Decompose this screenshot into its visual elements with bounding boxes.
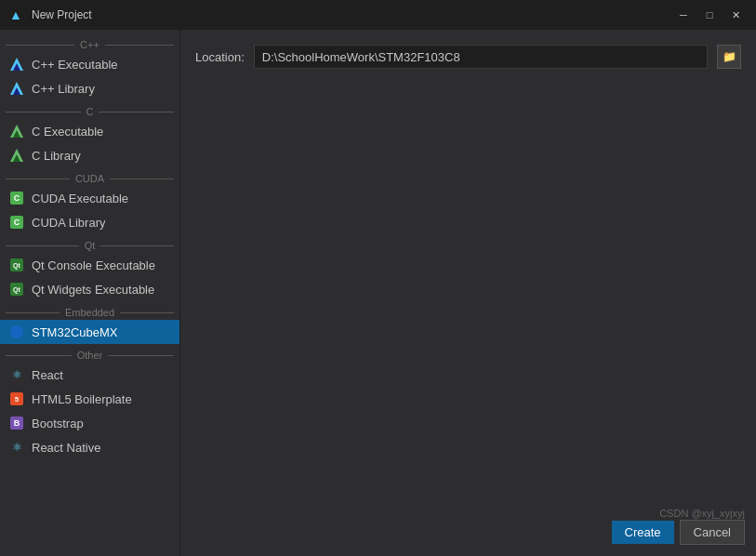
sidebar-item-qt-console[interactable]: Qt Qt Console Executable (0, 253, 179, 277)
bootstrap-label: Bootstrap (32, 417, 84, 430)
cpp-library-icon (9, 81, 24, 96)
qt-console-icon: Qt (9, 258, 24, 272)
cuda-executable-icon: C (9, 191, 24, 205)
section-header-cuda: CUDA (0, 167, 179, 186)
sidebar-item-react[interactable]: ⚛ React (0, 363, 179, 387)
qt-widgets-icon: Qt (9, 282, 24, 297)
c-library-icon (9, 148, 24, 163)
bootstrap-icon: B (9, 416, 24, 430)
browse-button[interactable]: 📁 (717, 45, 741, 69)
sidebar-item-react-native[interactable]: ⚛ React Native (0, 435, 179, 459)
section-header-c: C (0, 100, 179, 119)
sidebar-item-cpp-library[interactable]: C++ Library (0, 76, 179, 100)
sidebar-item-bootstrap[interactable]: B Bootstrap (0, 411, 179, 435)
cpp-library-label: C++ Library (32, 82, 95, 96)
cpp-executable-icon (9, 57, 24, 72)
maximize-button[interactable]: □ (698, 6, 721, 24)
cuda-executable-label: CUDA Executable (32, 192, 128, 205)
qt-widgets-label: Qt Widgets Executable (32, 283, 154, 297)
create-button[interactable]: Create (612, 521, 674, 544)
sidebar-item-qt-widgets[interactable]: Qt Qt Widgets Executable (0, 277, 179, 301)
title-bar-left: ▲ New Project (9, 7, 92, 22)
sidebar-item-cuda-library[interactable]: C CUDA Library (0, 210, 179, 234)
section-header-other: Other (0, 344, 179, 363)
window-controls: ─ □ ✕ (672, 6, 747, 24)
title-bar: ▲ New Project ─ □ ✕ (0, 0, 756, 30)
cuda-library-label: CUDA Library (32, 216, 105, 230)
react-native-label: React Native (32, 441, 100, 455)
stm32-icon (9, 324, 24, 339)
close-button[interactable]: ✕ (724, 6, 747, 24)
cpp-executable-label: C++ Executable (32, 58, 118, 72)
cancel-button[interactable]: Cancel (680, 520, 745, 545)
app-icon: ▲ (9, 7, 24, 22)
sidebar-item-stm32cubemx[interactable]: STM32CubeMX (0, 320, 179, 344)
sidebar-item-cpp-executable[interactable]: C++ Executable (0, 52, 179, 76)
section-header-embedded: Embedded (0, 301, 179, 320)
sidebar-item-c-executable[interactable]: C Executable (0, 119, 179, 143)
main-content: C++ C++ Executable C++ Library C (0, 30, 756, 556)
location-label: Location: (195, 50, 245, 64)
sidebar-item-c-library[interactable]: C Library (0, 143, 179, 167)
c-executable-icon (9, 124, 24, 139)
c-library-label: C Library (32, 149, 81, 163)
folder-icon: 📁 (723, 50, 736, 63)
html5-icon: 5 (9, 391, 24, 406)
qt-console-label: Qt Console Executable (32, 258, 155, 272)
section-header-cpp: C++ (0, 33, 179, 52)
dialog-buttons: Create Cancel (612, 520, 746, 545)
c-executable-label: C Executable (32, 125, 103, 139)
cuda-library-icon: C (9, 215, 24, 230)
react-label: React (32, 368, 63, 382)
sidebar-item-cuda-executable[interactable]: C CUDA Executable (0, 186, 179, 210)
section-header-qt: Qt (0, 234, 179, 253)
watermark: CSDN @xyj_xyjxyj (659, 508, 745, 519)
right-panel: Location: 📁 CSDN @xyj_xyjxyj Create Canc… (180, 30, 756, 556)
stm32-label: STM32CubeMX (32, 325, 117, 339)
window-title: New Project (32, 8, 92, 21)
react-native-icon: ⚛ (9, 440, 24, 455)
sidebar-item-html5[interactable]: 5 HTML5 Boilerplate (0, 387, 179, 411)
project-type-sidebar: C++ C++ Executable C++ Library C (0, 30, 180, 556)
location-input[interactable] (254, 45, 708, 69)
html5-label: HTML5 Boilerplate (32, 392, 132, 406)
minimize-button[interactable]: ─ (672, 6, 695, 24)
react-icon: ⚛ (9, 367, 24, 382)
location-row: Location: 📁 (195, 45, 741, 69)
